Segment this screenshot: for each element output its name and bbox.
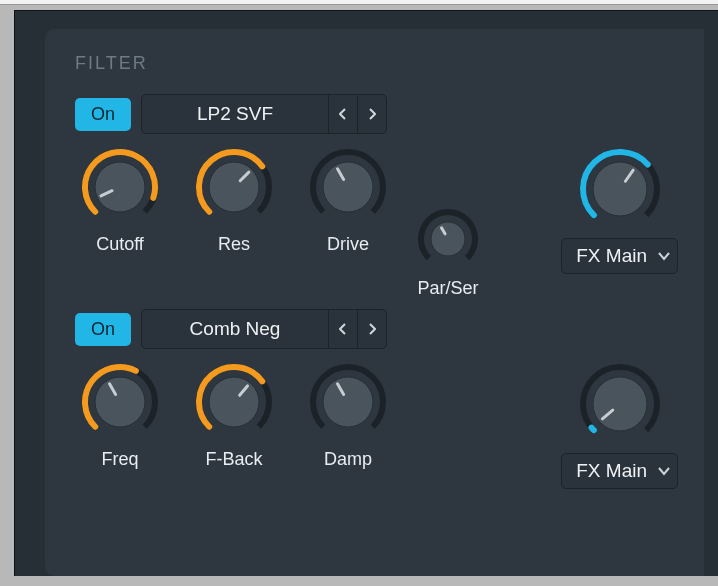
- filter1-on-button[interactable]: On: [75, 98, 131, 131]
- out1-select[interactable]: FX Main: [561, 238, 678, 274]
- freq-knob[interactable]: [81, 363, 159, 441]
- svg-point-8: [593, 162, 647, 216]
- filter2-on-button[interactable]: On: [75, 313, 131, 346]
- out2-select-value: FX Main: [576, 460, 647, 482]
- damp-knob[interactable]: [309, 363, 387, 441]
- svg-point-2: [209, 162, 259, 212]
- res-knob[interactable]: [195, 148, 273, 226]
- out1-select-value: FX Main: [576, 245, 647, 267]
- freq-label: Freq: [101, 449, 138, 470]
- filter1-header: On LP2 SVF: [75, 94, 684, 134]
- svg-point-0: [95, 162, 145, 212]
- out2-select[interactable]: FX Main: [561, 453, 678, 489]
- filter2-header: On Comb Neg: [75, 309, 684, 349]
- drive-label: Drive: [327, 234, 369, 255]
- par-ser-knob[interactable]: [417, 208, 479, 270]
- filter1-type-value[interactable]: LP2 SVF: [142, 95, 328, 133]
- drive-knob[interactable]: [309, 148, 387, 226]
- window-titlebar: [0, 0, 718, 5]
- filter2-type-value[interactable]: Comb Neg: [142, 310, 328, 348]
- svg-point-4: [323, 162, 373, 212]
- filter-panel: FILTER On LP2 SVF Cutoff: [14, 10, 718, 576]
- filter2-type-prev[interactable]: [328, 310, 357, 348]
- filter2-type-select: Comb Neg: [141, 309, 387, 349]
- chevron-down-icon: [657, 466, 671, 476]
- filter1-type-prev[interactable]: [328, 95, 357, 133]
- filter1-type-select: LP2 SVF: [141, 94, 387, 134]
- section-title: FILTER: [75, 53, 684, 74]
- fback-label: F-Back: [205, 449, 262, 470]
- chevron-down-icon: [657, 251, 671, 261]
- filter2-knobs: Freq F-Back Damp FX Main: [75, 363, 684, 489]
- res-label: Res: [218, 234, 250, 255]
- par-ser-label: Par/Ser: [417, 278, 478, 299]
- svg-point-16: [593, 377, 647, 431]
- damp-label: Damp: [324, 449, 372, 470]
- filter1-knobs: Cutoff Res Drive Par/Ser FX M: [75, 148, 684, 299]
- out2-knob[interactable]: [579, 363, 661, 445]
- svg-point-6: [431, 222, 465, 256]
- filter2-type-next[interactable]: [357, 310, 386, 348]
- cutoff-knob[interactable]: [81, 148, 159, 226]
- out1-knob[interactable]: [579, 148, 661, 230]
- svg-point-10: [95, 377, 145, 427]
- svg-point-14: [323, 377, 373, 427]
- filter1-type-next[interactable]: [357, 95, 386, 133]
- fback-knob[interactable]: [195, 363, 273, 441]
- svg-point-12: [209, 377, 259, 427]
- cutoff-label: Cutoff: [96, 234, 144, 255]
